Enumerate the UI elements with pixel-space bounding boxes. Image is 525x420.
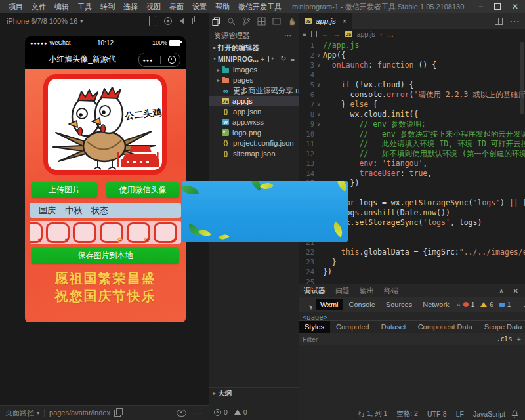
panel-tab-问题[interactable]: 问题: [335, 286, 350, 296]
file-app.js[interactable]: JSapp.js: [209, 96, 299, 106]
file-images[interactable]: ▸images: [209, 64, 299, 75]
file-app.wxss[interactable]: Wapp.wxss: [209, 117, 299, 127]
menu-选择[interactable]: 选择: [123, 2, 138, 12]
style-tab-Dataset[interactable]: Dataset: [375, 321, 412, 333]
devtools-tab-Network[interactable]: Network: [418, 299, 453, 310]
open-editors-section[interactable]: ▸ 打开的编辑器: [209, 42, 299, 53]
more-options-icon[interactable]: ⋯: [194, 409, 202, 417]
menu-界面[interactable]: 界面: [169, 2, 184, 12]
theme-tab-状态[interactable]: 状态: [91, 205, 108, 217]
code-area[interactable]: 1//app.js2∨App({3∨ onLaunch: function ()…: [299, 39, 525, 284]
panel-tab-调试器[interactable]: 调试器: [304, 286, 326, 296]
device-selector[interactable]: iPhone 6/7/8 100% 16: [7, 17, 77, 25]
devtools-tab-Wxml[interactable]: Wxml: [316, 299, 343, 310]
problems-summary[interactable]: ✕ 0 0: [209, 407, 299, 417]
menu-icon[interactable]: ≡: [303, 31, 306, 38]
file-app.json[interactable]: {}app.json: [209, 106, 299, 117]
save-image-button[interactable]: 保存图片到本地: [32, 247, 179, 264]
filter-input[interactable]: Filter: [303, 335, 318, 343]
forward-arrow-icon[interactable]: →: [333, 30, 341, 38]
menu-视图[interactable]: 视图: [146, 2, 161, 12]
style-tab-Scope Data[interactable]: Scope Data: [478, 321, 525, 333]
close-panel-icon[interactable]: ✕: [513, 287, 518, 295]
status-item[interactable]: JavaScript: [473, 410, 505, 418]
status-item[interactable]: LF: [456, 410, 464, 418]
status-item[interactable]: UTF-8: [427, 410, 447, 418]
menu-文件[interactable]: 文件: [32, 2, 46, 12]
inspect-element-icon[interactable]: [303, 301, 310, 308]
menu-设置[interactable]: 设置: [192, 2, 207, 12]
menu-项目[interactable]: 项目: [9, 2, 23, 12]
project-section[interactable]: ▾ MINIPROG... + + ↻ ≡: [209, 53, 299, 64]
devtools-tab-Sources[interactable]: Sources: [381, 299, 417, 310]
maximize-button[interactable]: [494, 3, 501, 10]
menu-编辑[interactable]: 编辑: [54, 2, 69, 12]
frame-option-3[interactable]: ⌂: [73, 222, 96, 243]
more-tabs-icon[interactable]: »: [457, 301, 461, 308]
device-icon[interactable]: [149, 16, 156, 26]
menu-微信开发工具[interactable]: 微信开发工具: [238, 2, 282, 12]
editor-scrollbar[interactable]: [520, 41, 524, 282]
explorer-more-icon[interactable]: ⋯: [284, 32, 292, 40]
style-tab-Computed[interactable]: Computed: [330, 321, 375, 333]
theme-tab-国庆[interactable]: 国庆: [39, 205, 56, 217]
menu-帮助[interactable]: 帮助: [215, 2, 230, 12]
file-project.config.json[interactable]: {}project.config.json: [209, 138, 299, 148]
grid-icon[interactable]: [257, 17, 266, 26]
status-item[interactable]: 行 1, 列 1: [358, 410, 387, 419]
exit-circle-icon[interactable]: [168, 56, 176, 64]
file-sitemap.json[interactable]: {}sitemap.json: [209, 148, 299, 159]
search-icon[interactable]: [227, 17, 236, 26]
capsule-menu[interactable]: ●●●: [138, 52, 180, 67]
collapse-panel-icon[interactable]: ∧: [499, 287, 503, 295]
wxml-tree-fragment[interactable]: <page>: [299, 312, 525, 320]
warning-badge-icon[interactable]: [480, 302, 487, 307]
git-branch-icon[interactable]: [242, 17, 251, 26]
file-logo.png[interactable]: logo.png: [209, 127, 299, 138]
panel-tab-输出[interactable]: 输出: [360, 286, 374, 296]
page-path-dropdown[interactable]: 页面路径: [5, 408, 34, 418]
tab-app-js[interactable]: JS app.js ×: [299, 13, 352, 29]
use-wechat-avatar-button[interactable]: 使用微信头像: [106, 182, 179, 198]
theme-tab-中秋[interactable]: 中秋: [65, 205, 82, 217]
multi-window-icon[interactable]: [192, 18, 200, 24]
split-editor-icon[interactable]: [495, 18, 503, 25]
files-icon[interactable]: [212, 17, 220, 26]
menu-转到[interactable]: 转到: [100, 2, 115, 12]
record-icon[interactable]: [164, 17, 172, 25]
upload-image-button[interactable]: 上传图片: [32, 182, 97, 198]
error-badge-icon[interactable]: [463, 302, 469, 307]
back-arrow-icon[interactable]: ←: [322, 30, 329, 38]
copy-icon[interactable]: [114, 410, 121, 417]
file-更多商业源码分享.url[interactable]: ∞更多商业源码分享.url: [209, 85, 299, 96]
outline-section[interactable]: ▸ 大纲: [209, 387, 299, 399]
info-badge-icon[interactable]: [499, 303, 505, 307]
breadcrumb[interactable]: ≡ ← → JS app.js › …: [299, 29, 525, 39]
notifications-bell-icon[interactable]: [511, 409, 518, 420]
frame-option-1[interactable]: ♥: [30, 222, 43, 243]
file-pages[interactable]: ▸pages: [209, 75, 299, 85]
minimize-button[interactable]: −: [478, 2, 483, 11]
new-folder-icon[interactable]: +: [268, 56, 276, 62]
frame-option-4[interactable]: ✿: [100, 222, 123, 243]
bookmark-icon[interactable]: [311, 31, 317, 37]
frame-option-6[interactable]: ✔: [154, 222, 177, 243]
close-button[interactable]: ✕: [512, 2, 518, 11]
collapse-all-icon[interactable]: ≡: [291, 55, 295, 63]
devtools-tab-Console[interactable]: Console: [345, 299, 380, 310]
menu-工具[interactable]: 工具: [77, 2, 92, 12]
sound-icon[interactable]: [180, 18, 184, 24]
cls-toggle[interactable]: .cls: [496, 335, 512, 343]
style-tab-Styles[interactable]: Styles: [299, 321, 330, 333]
more-dots-icon[interactable]: ●●●: [143, 58, 154, 62]
panel-tab-终端[interactable]: 终端: [384, 286, 398, 296]
editor-more-icon[interactable]: ⋯: [509, 15, 520, 28]
preview-icon[interactable]: [272, 17, 281, 26]
hand-icon[interactable]: [287, 17, 296, 26]
style-tab-Component Data[interactable]: Component Data: [412, 321, 478, 333]
frame-option-5[interactable]: ❀: [127, 222, 150, 243]
status-item[interactable]: 空格: 2: [396, 410, 418, 419]
close-tab-icon[interactable]: ×: [343, 17, 346, 25]
add-rule-icon[interactable]: +: [517, 335, 521, 343]
eye-icon[interactable]: [177, 410, 186, 417]
